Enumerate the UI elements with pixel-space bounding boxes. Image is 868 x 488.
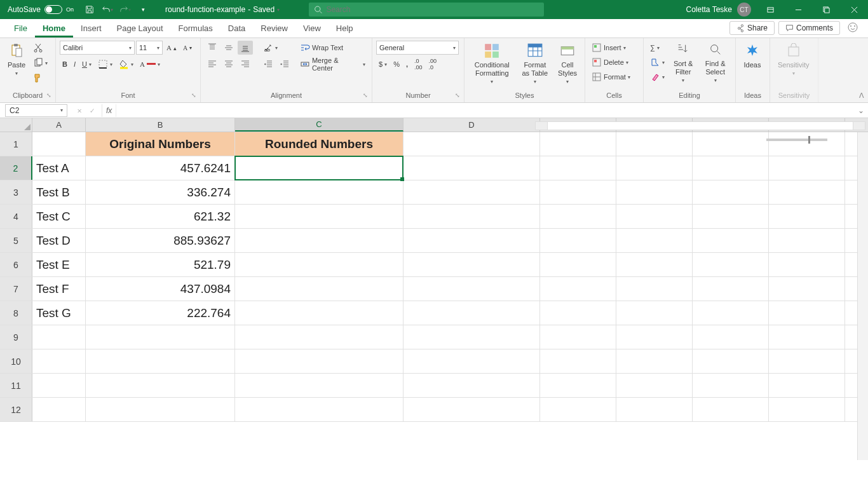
cell-C11[interactable] [235, 374, 403, 397]
cell-F8[interactable] [616, 301, 693, 325]
cell-E12[interactable] [540, 398, 616, 421]
align-left-button[interactable] [205, 57, 220, 71]
col-header-D[interactable]: D [403, 118, 540, 132]
underline-button[interactable]: U▾ [79, 57, 94, 71]
cell-H11[interactable] [769, 374, 845, 397]
cell-B8[interactable]: 222.764 [86, 301, 235, 325]
cell-F3[interactable] [616, 180, 693, 204]
cell-H9[interactable] [769, 325, 845, 349]
autosave-toggle[interactable] [44, 5, 62, 14]
cell-G3[interactable] [693, 180, 769, 204]
tab-page-layout[interactable]: Page Layout [109, 20, 171, 37]
cell-B11[interactable] [86, 374, 235, 397]
cell-H7[interactable] [769, 277, 845, 301]
cell-A5[interactable]: Test D [32, 229, 86, 252]
cell-H2[interactable] [769, 156, 845, 180]
row-header-4[interactable]: 4 [0, 205, 32, 228]
cell-F7[interactable] [616, 277, 693, 301]
row-header-3[interactable]: 3 [0, 180, 32, 204]
row-header-10[interactable]: 10 [0, 349, 32, 373]
cell-D12[interactable] [403, 398, 540, 421]
format-as-table-button[interactable]: Format as Table▾ [517, 41, 553, 89]
cell-H5[interactable] [769, 229, 845, 252]
save-icon[interactable] [83, 3, 97, 17]
cell-G4[interactable] [693, 205, 769, 228]
qat-customize-icon[interactable]: ▾ [136, 3, 150, 17]
cell-C2[interactable] [235, 156, 403, 180]
font-name-combo[interactable]: Calibri▾ [60, 41, 135, 55]
row-header-7[interactable]: 7 [0, 277, 32, 301]
comma-button[interactable]: , [403, 57, 410, 71]
cell-A10[interactable] [32, 349, 86, 373]
conditional-formatting-button[interactable]: Conditional Formatting▾ [468, 41, 516, 89]
paste-button[interactable]: Paste▾ [4, 41, 29, 89]
cell-A2[interactable]: Test A [32, 156, 86, 180]
cell-C4[interactable] [235, 205, 403, 228]
cell-H4[interactable] [769, 205, 845, 228]
align-right-button[interactable] [238, 57, 253, 71]
cell-A7[interactable]: Test F [32, 277, 86, 301]
cell-F11[interactable] [616, 374, 693, 397]
cell-D11[interactable] [403, 374, 540, 397]
cell-F1[interactable] [616, 132, 693, 156]
dialog-launcher-icon[interactable]: ⤡ [363, 92, 368, 98]
tab-view[interactable]: View [295, 20, 329, 37]
cell-B12[interactable] [86, 398, 235, 421]
fill-color-button[interactable]: ▾ [116, 57, 136, 71]
col-header-B[interactable]: B [86, 118, 235, 132]
name-box[interactable]: C2▾ [5, 104, 67, 117]
cell-F5[interactable] [616, 229, 693, 252]
decrease-font-button[interactable]: A▾ [180, 41, 194, 55]
cell-G8[interactable] [693, 301, 769, 325]
cell-H3[interactable] [769, 180, 845, 204]
cell-C7[interactable] [235, 277, 403, 301]
align-middle-button[interactable] [221, 41, 236, 55]
horizontal-scrollbar[interactable] [535, 121, 865, 130]
maximize-button[interactable] [812, 0, 840, 19]
border-button[interactable]: ▾ [95, 57, 115, 71]
comments-button[interactable]: Comments [778, 21, 840, 35]
cell-A6[interactable]: Test E [32, 253, 86, 276]
ribbon-display-icon[interactable] [756, 0, 784, 19]
row-header-8[interactable]: 8 [0, 301, 32, 325]
cell-D3[interactable] [403, 180, 540, 204]
cell-E9[interactable] [540, 325, 616, 349]
cell-G5[interactable] [693, 229, 769, 252]
align-top-button[interactable] [205, 41, 220, 55]
bold-button[interactable]: B [60, 57, 70, 71]
cell-D10[interactable] [403, 349, 540, 373]
cell-D2[interactable] [403, 156, 540, 180]
cell-D4[interactable] [403, 205, 540, 228]
merge-center-button[interactable]: Merge & Center▾ [297, 57, 368, 71]
cell-E5[interactable] [540, 229, 616, 252]
autosave[interactable]: AutoSave On [0, 5, 78, 14]
increase-font-button[interactable]: A▴ [164, 41, 179, 55]
cell-D7[interactable] [403, 277, 540, 301]
select-all-button[interactable] [0, 118, 32, 132]
tab-file[interactable]: File [6, 20, 35, 37]
cell-A11[interactable] [32, 374, 86, 397]
row-header-2[interactable]: 2 [0, 156, 32, 180]
cell-H10[interactable] [769, 349, 845, 373]
cell-F6[interactable] [616, 253, 693, 276]
cell-C3[interactable] [235, 180, 403, 204]
accounting-button[interactable]: $▾ [376, 57, 390, 71]
tab-data[interactable]: Data [220, 20, 253, 37]
row-header-1[interactable]: 1 [0, 132, 32, 156]
cancel-formula-icon[interactable]: ✕ [74, 106, 85, 115]
search-box[interactable] [309, 3, 544, 17]
row-header-5[interactable]: 5 [0, 229, 32, 252]
font-size-combo[interactable]: 11▾ [136, 41, 163, 55]
cell-E1[interactable] [540, 132, 616, 156]
tab-help[interactable]: Help [329, 20, 361, 37]
wrap-text-button[interactable]: Wrap Text [297, 41, 368, 55]
row-header-6[interactable]: 6 [0, 253, 32, 276]
dialog-launcher-icon[interactable]: ⤡ [455, 92, 460, 98]
feedback-icon[interactable] [844, 20, 862, 35]
cell-C9[interactable] [235, 325, 403, 349]
cell-A3[interactable]: Test B [32, 180, 86, 204]
enter-formula-icon[interactable]: ✓ [86, 106, 98, 115]
cell-E11[interactable] [540, 374, 616, 397]
share-button[interactable]: Share [729, 21, 775, 35]
cell-B2[interactable]: 457.6241 [86, 156, 235, 180]
